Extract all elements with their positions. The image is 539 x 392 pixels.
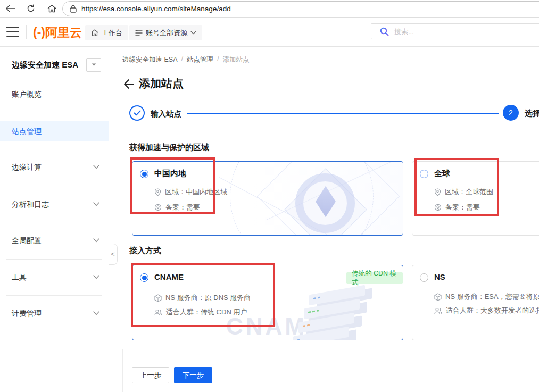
page: https://esa.console.aliyun.com/siteManag…	[0, 0, 539, 392]
chevron-down-icon	[93, 238, 99, 243]
access-row-text: 适合人群：传统 CDN 用户	[166, 307, 247, 317]
step-1-indicator	[129, 105, 145, 121]
search-icon	[380, 27, 389, 36]
access-option-cname[interactable]: CNAME CNAME 传统的 CDN 模式 NS 服务商：原 DNS 服务商 …	[132, 265, 403, 340]
global-search[interactable]	[371, 23, 539, 39]
sidebar-item-billing[interactable]: 计费管理	[12, 309, 42, 319]
cdn-mode-badge: 传统的 CDN 模式	[346, 272, 403, 284]
breadcrumb-item-esa[interactable]: 边缘安全加速 ESA	[122, 55, 178, 64]
browser-back-icon[interactable]	[3, 2, 17, 15]
location-pin-icon	[154, 188, 161, 196]
region-row-text: 区域：全球范围	[445, 187, 493, 197]
sidebar-item-edge-compute[interactable]: 边缘计算	[12, 163, 42, 172]
resources-icon	[135, 30, 143, 36]
sidebar-item-analytics-logs[interactable]: 分析和日志	[12, 200, 49, 210]
step-2-label: 选择	[525, 109, 539, 119]
region-row-text: 区域：中国内地区域	[165, 187, 227, 197]
workbench-label: 工作台	[102, 28, 122, 38]
sidebar-collapse-handle[interactable]: <	[109, 244, 118, 265]
console-header: (-)阿里云 工作台 账号全部资源	[0, 18, 539, 47]
radio-china-mainland[interactable]	[140, 170, 148, 178]
sidebar-item-account-overview[interactable]: 账户概览	[12, 90, 42, 99]
resources-label: 账号全部资源	[146, 28, 187, 38]
sidebar-divider	[6, 149, 102, 149]
radio-ns[interactable]	[420, 273, 428, 282]
access-option-ns[interactable]: NS NS 服务商：ESA，您需要将原 DNS 适合人群：大多数开发者的选择	[412, 265, 539, 340]
breadcrumb-separator: /	[217, 55, 219, 64]
browser-refresh-icon[interactable]	[24, 2, 38, 15]
browser-toolbar: https://esa.console.aliyun.com/siteManag…	[0, 0, 539, 18]
logo-text: 阿里云	[45, 26, 82, 39]
record-seal-icon	[434, 204, 442, 211]
step-2-indicator: 2	[503, 105, 519, 121]
access-option-title: NS	[434, 272, 445, 281]
home-icon	[91, 29, 98, 36]
breadcrumb-separator: /	[181, 55, 183, 64]
logo-bracket: (-)	[33, 26, 45, 39]
breadcrumb-item-site-management[interactable]: 站点管理	[187, 55, 213, 64]
url-text: https://esa.console.aliyun.com/siteManag…	[81, 5, 231, 13]
lock-icon	[70, 5, 77, 13]
account-resources-button[interactable]: 账号全部资源	[129, 25, 202, 40]
cube-icon	[434, 293, 442, 301]
region-option-china-mainland[interactable]: 中国内地 区域：中国内地区域 备案：需要	[132, 161, 403, 236]
sidebar-item-tools[interactable]: 工具	[12, 273, 27, 282]
browser-home-icon[interactable]	[45, 2, 59, 15]
location-pin-icon	[434, 188, 441, 196]
radio-global[interactable]	[420, 170, 428, 178]
address-bar[interactable]: https://esa.console.aliyun.com/siteManag…	[62, 1, 539, 16]
chevron-down-icon	[190, 31, 196, 35]
back-arrow-icon[interactable]	[123, 78, 135, 90]
caret-down-icon	[92, 63, 96, 66]
access-row-text: 适合人群：大多数开发者的选择	[446, 306, 539, 315]
footer-edge-divider	[122, 349, 123, 392]
record-seal-icon	[154, 204, 162, 211]
stepper-connector	[187, 113, 499, 114]
breadcrumb: 边缘安全加速 ESA / 站点管理 / 添加站点	[122, 55, 249, 64]
header-divider	[26, 25, 27, 39]
breadcrumb-item-add-site: 添加站点	[222, 55, 249, 64]
people-icon	[154, 309, 162, 316]
region-row-text: 备案：需要	[445, 203, 480, 212]
access-option-title: CNAME	[154, 272, 184, 281]
sidebar-divider	[6, 186, 102, 186]
access-section-title: 接入方式	[129, 246, 161, 256]
region-section-title: 获得加速与保护的区域	[129, 143, 209, 153]
access-row-text: NS 服务商：ESA，您需要将原 DNS	[445, 292, 539, 302]
sidebar-divider	[6, 259, 102, 260]
previous-step-button[interactable]: 上一步	[132, 367, 169, 383]
search-input[interactable]	[394, 28, 501, 36]
sidebar-divider	[6, 111, 102, 111]
cube-icon	[154, 294, 162, 302]
collapse-glyph: <	[111, 251, 114, 258]
chevron-down-icon	[93, 275, 99, 279]
sidebar-divider	[6, 222, 102, 222]
sidebar-divider	[6, 295, 102, 296]
check-icon	[134, 110, 141, 116]
region-option-title: 全球	[434, 169, 450, 179]
product-switcher-button[interactable]	[86, 58, 101, 72]
region-row-text: 备案：需要	[165, 203, 200, 212]
next-step-button[interactable]: 下一步	[174, 367, 212, 383]
step-1-label: 输入站点	[151, 109, 181, 119]
region-option-title: 中国内地	[154, 169, 186, 179]
access-row-text: NS 服务商：原 DNS 服务商	[165, 293, 251, 303]
chevron-down-icon	[93, 165, 99, 169]
aliyun-logo[interactable]: (-)阿里云	[33, 24, 82, 41]
chevron-down-icon	[93, 311, 99, 315]
sidebar-item-global-config[interactable]: 全局配置	[12, 236, 42, 246]
page-title: 添加站点	[139, 76, 184, 91]
sidebar-item-site-management[interactable]: 站点管理	[12, 127, 42, 137]
cname-watermark: CNAME	[226, 313, 325, 340]
region-option-global[interactable]: 全球 区域：全球范围 备案：需要	[412, 161, 539, 236]
people-icon	[434, 307, 442, 314]
chevron-down-icon	[93, 202, 99, 206]
sidebar: 边缘安全加速 ESA 账户概览 站点管理 边缘计算 分析和日志 全局配置 工具 …	[0, 47, 109, 392]
product-title: 边缘安全加速 ESA	[12, 60, 78, 70]
compass-illustration	[227, 162, 403, 235]
radio-cname[interactable]	[140, 273, 148, 282]
menu-hamburger-icon[interactable]	[6, 27, 19, 37]
step-2-number: 2	[509, 109, 513, 117]
workbench-button[interactable]: 工作台	[85, 25, 128, 40]
